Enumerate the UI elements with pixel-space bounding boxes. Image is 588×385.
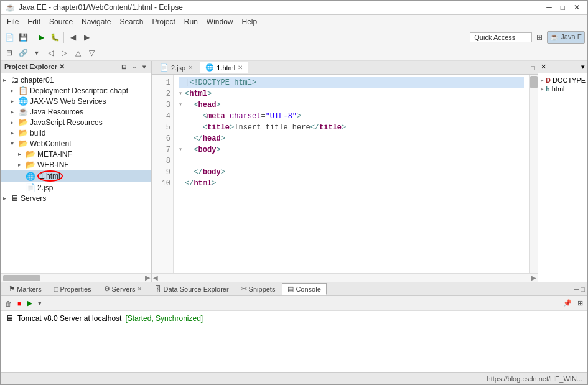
code-line-1[interactable]: |<!DOCTYPE html> [179, 77, 524, 88]
open-console-btn[interactable]: ⊞ [576, 299, 585, 308]
tree-item-2jsp[interactable]: 📄 2.jsp [1, 182, 151, 193]
code-line-4[interactable]: <meta charset="UTF-8"> [179, 111, 524, 122]
code-content[interactable]: |<!DOCTYPE html> ▾ <html> ▾ <head> [174, 75, 529, 273]
tree-label: WebContent [30, 139, 72, 148]
tab-1html[interactable]: 🌐 1.html ✕ [200, 62, 248, 73]
scrollbar-thumb[interactable] [3, 275, 40, 281]
run-btn[interactable]: ▶ [35, 31, 47, 44]
minimize-btn[interactable]: ─ [544, 3, 554, 12]
code-text: |<!DOCTYPE html> [185, 77, 256, 88]
min-editor-btn[interactable]: ─ [525, 64, 530, 72]
tab-console[interactable]: ▤ Console [282, 283, 326, 295]
tree-item-webcontent[interactable]: ▾ 📂 WebContent [1, 138, 151, 149]
forward-btn[interactable]: ▶ [80, 31, 93, 44]
menu-btn[interactable]: ▾ [141, 63, 147, 71]
tab-properties[interactable]: □ Properties [49, 284, 97, 295]
tree-item-chapter01[interactable]: ▸ 🗂 chapter01 [1, 75, 151, 85]
menu-source[interactable]: Source [45, 16, 77, 27]
view-menu-btn[interactable]: ▾ [30, 47, 43, 59]
sep2 [63, 32, 64, 43]
editor-tab-controls: ─ □ [525, 64, 535, 72]
menu-window[interactable]: Window [203, 16, 237, 27]
menu-navigate[interactable]: Navigate [78, 16, 114, 27]
server-name: Tomcat v8.0 Server at localhost [17, 314, 121, 323]
tab-snippets[interactable]: ✂ Snippets [236, 283, 281, 295]
maximize-btn[interactable]: □ [558, 3, 567, 12]
stop-server-btn[interactable]: ■ [16, 299, 24, 308]
outline-arrow: ▸ [541, 86, 544, 92]
menu-edit[interactable]: Edit [24, 16, 44, 27]
pin-console-btn[interactable]: 📌 [561, 299, 574, 308]
clear-console-btn[interactable]: 🗑 [3, 299, 14, 308]
tree-item-meta-inf[interactable]: ▸ 📂 META-INF [1, 149, 151, 159]
outline-close[interactable]: ✕ [541, 63, 546, 71]
outline-panel: ✕ ▾ ▸ D DOCTYPE ▸ h html [538, 61, 587, 282]
bottom-max-btn[interactable]: □ [581, 285, 585, 293]
menu-run[interactable]: Run [180, 16, 202, 27]
close-btn[interactable]: ✕ [571, 3, 582, 12]
code-line-2[interactable]: ▾ <html> [179, 88, 524, 100]
tree-item-deployment[interactable]: ▸ 📋 Deployment Descriptor: chapt [1, 85, 151, 96]
tab-datasource[interactable]: 🗄 Data Source Explorer [149, 284, 234, 295]
forward2-btn[interactable]: ▷ [58, 47, 70, 59]
perspective-btn[interactable]: ⊞ [533, 31, 546, 44]
tree-item-web-inf[interactable]: ▸ 📂 WEB-INF [1, 159, 151, 170]
outline-item-doctype[interactable]: ▸ D DOCTYPE [539, 76, 586, 85]
code-line-7[interactable]: ▾ <body> [179, 144, 524, 155]
max-editor-btn[interactable]: □ [531, 64, 535, 72]
link-editor-btn[interactable]: 🔗 [17, 47, 29, 59]
back-btn[interactable]: ◀ [67, 31, 79, 44]
tree-item-jaxws[interactable]: ▸ 🌐 JAX-WS Web Services [1, 96, 151, 106]
down-btn[interactable]: ▽ [85, 47, 98, 59]
code-line-10[interactable]: </html> [179, 178, 524, 189]
menu-search[interactable]: Search [116, 16, 147, 27]
tree-item-js-resources[interactable]: ▸ 📂 JavaScript Resources [1, 117, 151, 128]
scroll-right[interactable]: ▶ [530, 274, 538, 281]
scrollbar-thumb[interactable] [530, 76, 538, 88]
tree-item-1html[interactable]: 🌐 1.html [1, 170, 151, 182]
tab-close[interactable]: ✕ [188, 64, 193, 71]
servers-tab-close[interactable]: ✕ [137, 285, 142, 292]
outline-item-html[interactable]: ▸ h html [539, 85, 586, 93]
vertical-scrollbar[interactable] [529, 75, 538, 273]
status-bar: https://blog.csdn.net/HE_WIN... [1, 372, 587, 384]
tree-label: 1.html [37, 170, 63, 182]
up-btn[interactable]: △ [72, 47, 84, 59]
bottom-min-btn[interactable]: ─ [574, 285, 579, 293]
left-horizontal-scrollbar[interactable]: ▶ [1, 273, 151, 282]
code-line-9[interactable]: </body> [179, 167, 524, 178]
menu-help[interactable]: Help [238, 16, 261, 27]
tree-item-java-resources[interactable]: ▸ ☕ Java Resources [1, 106, 151, 117]
tree-item-servers[interactable]: ▸ 🖥 Servers [1, 193, 151, 203]
collapse-all-btn[interactable]: ⊟ [3, 47, 16, 59]
restart-server-btn[interactable]: ▶ [26, 299, 34, 308]
outline-menu[interactable]: ▾ [581, 63, 585, 71]
new-btn[interactable]: 📄 [3, 31, 16, 44]
scroll-right[interactable]: ▶ [144, 274, 151, 282]
tree-arrow: ▸ [18, 151, 26, 157]
fold-arrow: ▾ [179, 144, 185, 155]
debug-btn[interactable]: 🐛 [49, 31, 61, 44]
collapse-btn[interactable]: ⊟ [119, 63, 128, 71]
tab-markers[interactable]: ⚑ Markers [3, 283, 47, 295]
code-hscrollbar[interactable]: ◀ ▶ [152, 273, 538, 282]
code-line-5[interactable]: <title>Insert title here</title> [179, 122, 524, 133]
tab-close[interactable]: ✕ [238, 64, 243, 71]
tree-label: Servers [21, 194, 46, 203]
tree-item-build[interactable]: ▸ 📂 build [1, 128, 151, 138]
scroll-left[interactable]: ◀ [152, 274, 159, 281]
menu-project[interactable]: Project [148, 16, 179, 27]
quick-access-input[interactable]: Quick Access [470, 32, 532, 42]
code-line-8[interactable] [179, 155, 524, 167]
bottom-tab-controls: ─ □ [574, 285, 585, 293]
tab-2jsp[interactable]: 📄 2.jsp ✕ [154, 62, 198, 73]
save-btn[interactable]: 💾 [17, 31, 29, 44]
java-ee-btn[interactable]: ☕ Java E [547, 31, 585, 44]
tab-servers[interactable]: ⚙ Servers ✕ [98, 283, 148, 295]
menu-file[interactable]: File [3, 16, 22, 27]
server-menu-btn[interactable]: ▾ [36, 299, 44, 308]
code-line-6[interactable]: </head> [179, 133, 524, 144]
code-line-3[interactable]: ▾ <head> [179, 100, 524, 111]
back2-btn[interactable]: ◁ [44, 47, 57, 59]
sync-btn[interactable]: ↔ [129, 63, 139, 71]
